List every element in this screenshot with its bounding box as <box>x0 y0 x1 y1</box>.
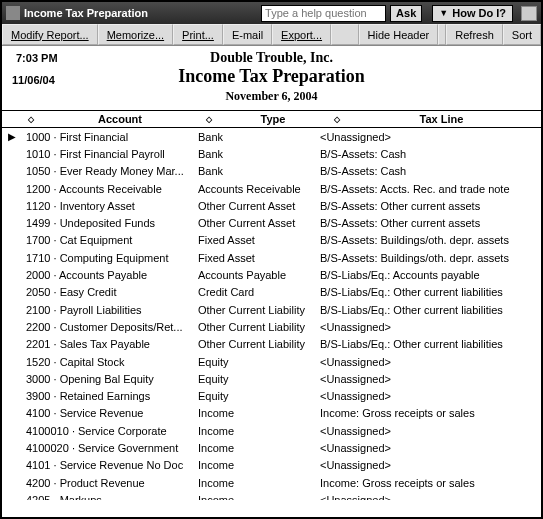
table-row[interactable]: 2000 · Accounts PayableAccounts PayableB… <box>2 266 541 283</box>
table-row[interactable]: 2050 · Easy CreditCredit CardB/S-Liabs/E… <box>2 284 541 301</box>
table-row[interactable]: 1050 · Ever Ready Money Mar...BankB/S-As… <box>2 163 541 180</box>
column-separator-icon[interactable]: ◇ <box>332 115 342 124</box>
cell-type: Equity <box>198 390 320 402</box>
cell-type: Income <box>198 494 320 500</box>
table-row[interactable]: 3000 · Opening Bal EquityEquity<Unassign… <box>2 370 541 387</box>
table-row[interactable]: 4200 · Product RevenueIncomeIncome: Gros… <box>2 474 541 491</box>
cell-type: Equity <box>198 356 320 368</box>
modify-report-button[interactable]: Modify Report... <box>2 24 98 45</box>
cell-taxline: <Unassigned> <box>320 356 541 368</box>
report-toolbar: Modify Report... Memorize... Print... E-… <box>2 24 541 46</box>
cell-account: 2000 · Accounts Payable <box>26 269 198 281</box>
cell-type: Income <box>198 459 320 471</box>
window-control-button[interactable] <box>521 6 537 21</box>
cell-type: Fixed Asset <box>198 252 320 264</box>
column-separator-icon[interactable]: ◇ <box>204 115 214 124</box>
cell-type: Accounts Receivable <box>198 183 320 195</box>
cell-taxline: Income: Gross receipts or sales <box>320 477 541 489</box>
cell-taxline: Income: Gross receipts or sales <box>320 407 541 419</box>
column-header-taxline[interactable]: Tax Line <box>342 113 541 125</box>
table-row[interactable]: 4100020 · Service GovernmentIncome<Unass… <box>2 439 541 456</box>
cell-taxline: B/S-Assets: Buildings/oth. depr. assets <box>320 234 541 246</box>
ask-button[interactable]: Ask <box>390 5 422 22</box>
cell-taxline: <Unassigned> <box>320 442 541 454</box>
cell-taxline: <Unassigned> <box>320 373 541 385</box>
column-header-row: ◇ Account ◇ Type ◇ Tax Line <box>2 110 541 128</box>
table-row[interactable]: 2201 · Sales Tax PayableOther Current Li… <box>2 336 541 353</box>
report-time: 7:03 PM <box>16 52 58 64</box>
table-row[interactable]: 1200 · Accounts ReceivableAccounts Recei… <box>2 180 541 197</box>
cell-taxline: <Unassigned> <box>320 425 541 437</box>
cell-account: 1700 · Cat Equipment <box>26 234 198 246</box>
cell-taxline: B/S-Liabs/Eq.: Other current liabilities <box>320 338 541 350</box>
column-separator-icon[interactable]: ◇ <box>26 115 36 124</box>
window-title: Income Tax Preparation <box>24 7 148 19</box>
cell-taxline: B/S-Assets: Buildings/oth. depr. assets <box>320 252 541 264</box>
toolbar-spacer <box>438 24 446 45</box>
cell-type: Bank <box>198 165 320 177</box>
table-row[interactable]: 2100 · Payroll LiabilitiesOther Current … <box>2 301 541 318</box>
cell-type: Fixed Asset <box>198 234 320 246</box>
cell-taxline: B/S-Assets: Other current assets <box>320 200 541 212</box>
cell-account: 1010 · First Financial Payroll <box>26 148 198 160</box>
how-do-i-button[interactable]: ▼ How Do I? <box>432 5 513 22</box>
current-row-pointer-icon: ▶ <box>8 131 16 142</box>
cell-account: 4100020 · Service Government <box>26 442 198 454</box>
table-row[interactable]: 2200 · Customer Deposits/Ret...Other Cur… <box>2 318 541 335</box>
report-data-area: ▶ 1000 · First FinancialBank<Unassigned>… <box>2 128 541 500</box>
cell-type: Income <box>198 407 320 419</box>
cell-taxline: <Unassigned> <box>320 459 541 471</box>
cell-account: 2200 · Customer Deposits/Ret... <box>26 321 198 333</box>
titlebar: Income Tax Preparation Ask ▼ How Do I? <box>2 2 541 24</box>
cell-taxline: B/S-Liabs/Eq.: Other current liabilities <box>320 304 541 316</box>
memorize-button[interactable]: Memorize... <box>98 24 173 45</box>
report-title: Income Tax Preparation <box>12 66 531 87</box>
table-row[interactable]: 1499 · Undeposited FundsOther Current As… <box>2 214 541 231</box>
cell-taxline: B/S-Assets: Cash <box>320 165 541 177</box>
dropdown-arrow-icon: ▼ <box>439 8 448 18</box>
column-header-type[interactable]: Type <box>214 113 332 125</box>
cell-type: Other Current Liability <box>198 321 320 333</box>
table-row[interactable]: 1120 · Inventory AssetOther Current Asse… <box>2 197 541 214</box>
cell-type: Income <box>198 425 320 437</box>
cell-type: Equity <box>198 373 320 385</box>
table-row[interactable]: 1520 · Capital StockEquity<Unassigned> <box>2 353 541 370</box>
table-row[interactable]: 4205 · MarkupsIncome<Unassigned> <box>2 491 541 500</box>
report-header: 7:03 PM 11/06/04 Double Trouble, Inc. In… <box>2 46 541 110</box>
hide-header-button[interactable]: Hide Header <box>359 24 439 45</box>
sort-button[interactable]: Sort <box>503 24 541 45</box>
toolbar-spacer <box>331 24 358 45</box>
table-row[interactable]: 1700 · Cat EquipmentFixed AssetB/S-Asset… <box>2 232 541 249</box>
table-row[interactable]: 1000 · First FinancialBank<Unassigned> <box>2 128 541 145</box>
cell-type: Bank <box>198 131 320 143</box>
table-row[interactable]: 3900 · Retained EarningsEquity<Unassigne… <box>2 387 541 404</box>
table-row[interactable]: 4101 · Service Revenue No DocIncome<Unas… <box>2 457 541 474</box>
cell-account: 4205 · Markups <box>26 494 198 500</box>
table-row[interactable]: 1010 · First Financial PayrollBankB/S-As… <box>2 145 541 162</box>
cell-taxline: <Unassigned> <box>320 321 541 333</box>
cell-account: 1499 · Undeposited Funds <box>26 217 198 229</box>
email-button[interactable]: E-mail <box>223 24 272 45</box>
cell-account: 1200 · Accounts Receivable <box>26 183 198 195</box>
cell-taxline: B/S-Assets: Other current assets <box>320 217 541 229</box>
cell-account: 2100 · Payroll Liabilities <box>26 304 198 316</box>
cell-taxline: B/S-Liabs/Eq.: Accounts payable <box>320 269 541 281</box>
help-search-input[interactable] <box>261 5 386 22</box>
table-row[interactable]: 1710 · Computing EquipmentFixed AssetB/S… <box>2 249 541 266</box>
company-name: Double Trouble, Inc. <box>12 50 531 66</box>
print-button[interactable]: Print... <box>173 24 223 45</box>
report-asof-date: 11/06/04 <box>12 74 55 86</box>
cell-account: 1710 · Computing Equipment <box>26 252 198 264</box>
table-row[interactable]: 4100 · Service RevenueIncomeIncome: Gros… <box>2 405 541 422</box>
column-header-account[interactable]: Account <box>36 113 204 125</box>
cell-type: Other Current Asset <box>198 217 320 229</box>
cell-taxline: <Unassigned> <box>320 131 541 143</box>
cell-taxline: <Unassigned> <box>320 390 541 402</box>
cell-taxline: B/S-Liabs/Eq.: Other current liabilities <box>320 286 541 298</box>
export-button[interactable]: Export... <box>272 24 331 45</box>
table-row[interactable]: 4100010 · Service CorporateIncome<Unassi… <box>2 422 541 439</box>
cell-type: Other Current Asset <box>198 200 320 212</box>
cell-type: Income <box>198 442 320 454</box>
refresh-button[interactable]: Refresh <box>446 24 503 45</box>
cell-type: Other Current Liability <box>198 304 320 316</box>
